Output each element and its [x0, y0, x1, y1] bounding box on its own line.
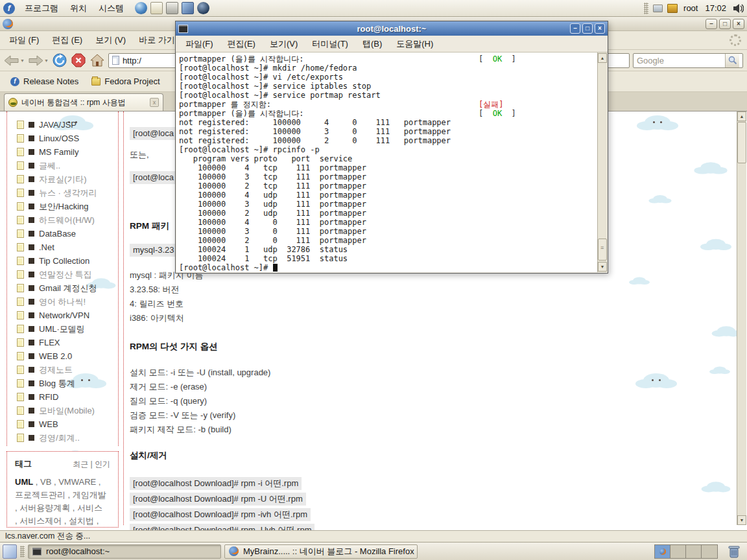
home-button[interactable] — [89, 52, 105, 69]
web-browser-icon[interactable] — [135, 2, 147, 14]
fedora-menu-icon[interactable]: f — [3, 3, 15, 14]
terminal-menu-item[interactable]: 도움말(H) — [389, 38, 440, 50]
stop-button[interactable] — [71, 52, 86, 69]
volume-icon[interactable] — [732, 3, 744, 14]
terminal-scrollbar[interactable]: ▲ ▼ — [597, 52, 607, 272]
firefox-menu-item[interactable]: 바로 가기 — [132, 34, 182, 46]
forward-button[interactable]: ▼ — [28, 52, 49, 69]
scrollbar-thumb[interactable] — [598, 239, 607, 261]
sidebar-category-item[interactable]: WEB — [7, 417, 118, 431]
workspace-cell[interactable] — [655, 545, 670, 558]
terminal-output[interactable]: portmapper (을)를 시작합니다:[ OK ][root@localh… — [176, 52, 597, 272]
terminal-menu-item[interactable]: 파일(F) — [178, 38, 220, 50]
sidebar-category-item[interactable]: Gmail 계정신청 — [7, 281, 118, 295]
search-input[interactable]: Google — [633, 53, 743, 68]
taskbar-window-button[interactable]: root@localhost:~ — [28, 544, 221, 559]
scroll-up-icon[interactable]: ▲ — [737, 111, 746, 121]
maximize-button[interactable]: □ — [582, 23, 593, 34]
office-icon[interactable] — [197, 2, 209, 14]
sidebar-category-item[interactable]: 경영/회계.. — [7, 431, 118, 445]
tag-uml[interactable]: UML — [15, 477, 33, 487]
screenshot-icon[interactable] — [182, 2, 194, 14]
firefox-menu-item[interactable]: 보기 (V) — [89, 34, 132, 46]
sidebar-category-item[interactable]: DataBase — [7, 227, 118, 240]
panel-menu-item[interactable]: 시스템 — [93, 0, 130, 17]
sidebar-category-item[interactable]: 경제노트 — [7, 363, 118, 377]
minimize-button[interactable]: – — [706, 19, 717, 29]
note-icon — [17, 216, 24, 224]
sidebar-category-item[interactable]: 자료실(기타) — [7, 172, 118, 186]
bookmark-item[interactable]: f Release Notes — [5, 76, 84, 86]
scroll-down-icon[interactable]: ▼ — [598, 262, 607, 272]
package-tray-icon[interactable] — [667, 4, 678, 13]
article-block: [root@localhost Download]# rpm -ivh 어떤.r… — [130, 508, 311, 521]
sidebar-category-item[interactable]: FLEX — [7, 336, 118, 349]
sidebar-category-item[interactable]: 보안/Hacking — [7, 200, 118, 213]
status-text: lcs.naver.com 전송 중... — [5, 531, 90, 542]
email-icon[interactable] — [150, 2, 163, 14]
workspace-cell[interactable] — [686, 545, 702, 558]
firefox-app-icon — [3, 19, 13, 29]
category-label: Linux/OSS — [39, 134, 79, 143]
sidebar-category-item[interactable]: 연말정산 특집 — [7, 268, 118, 281]
maximize-button[interactable]: □ — [719, 19, 731, 29]
clock[interactable]: 17:02 — [704, 3, 728, 13]
scroll-up-icon[interactable]: ▲ — [598, 53, 607, 63]
terminal-menu-item[interactable]: 편집(E) — [220, 38, 263, 50]
back-button[interactable]: ▼ — [4, 52, 25, 69]
reload-button[interactable] — [52, 52, 67, 69]
terminal-menu-item[interactable]: 터미널(T) — [305, 38, 355, 50]
workspace-cell[interactable] — [702, 545, 717, 558]
scrollbar-thumb[interactable] — [737, 122, 746, 163]
tab-naver-search[interactable]: 네이버 통합검색 :: rpm 사용법 x — [4, 93, 163, 111]
forward-dropdown-icon[interactable]: ▼ — [44, 58, 49, 63]
tag-line[interactable]: 프로젝트관리 , 게임개발 — [15, 489, 110, 502]
firefox-menu-item[interactable]: 파일 (F) — [3, 34, 45, 46]
back-dropdown-icon[interactable]: ▼ — [20, 58, 25, 63]
sidebar-category-item[interactable]: 하드웨어(H/W) — [7, 213, 118, 227]
sidebar-category-item[interactable]: UML·모델링 — [7, 322, 118, 336]
page-scrollbar[interactable]: ▲ ▼ — [737, 111, 746, 525]
sidebar-category-item[interactable]: RFID — [7, 390, 118, 404]
terminal-menu-item[interactable]: 탭(B) — [355, 38, 389, 50]
tab-title: 네이버 통합검색 :: rpm 사용법 — [21, 97, 126, 108]
display-tray-icon[interactable] — [653, 5, 663, 12]
sidebar-category-item[interactable]: .Net — [7, 240, 118, 254]
tag-line[interactable]: , 서버용량계획 , 서비스 — [15, 502, 110, 515]
firefox-menu-item[interactable]: 편집 (E) — [45, 34, 89, 46]
trash-icon[interactable] — [728, 544, 741, 559]
sidebar-category-item[interactable]: 모바일(Mobile) — [7, 404, 118, 417]
scroll-down-icon[interactable]: ▼ — [737, 515, 746, 525]
tab-close-icon[interactable]: x — [150, 98, 159, 107]
sidebar-category-item[interactable]: 뉴스 · 생각꺼리 — [7, 186, 118, 200]
sidebar-category-item[interactable]: Network/VPN — [7, 309, 118, 322]
terminal-menu-item[interactable]: 보기(V) — [263, 38, 305, 50]
panel-drag-handle[interactable] — [644, 3, 648, 14]
category-label: Gmail 계정신청 — [39, 283, 97, 294]
workspace-cell[interactable] — [670, 545, 686, 558]
taskbar-drag-handle[interactable] — [20, 546, 25, 557]
sidebar-category-item[interactable]: Tip Collection — [7, 254, 118, 268]
taskbar-window-button[interactable]: MyBrainz..... :: 네이버 블로그 - Mozilla Firef… — [224, 544, 418, 559]
panel-menu-item[interactable]: 위치 — [64, 0, 93, 17]
tag-line[interactable]: , 서비스제어 , 설치법 , — [15, 515, 110, 528]
terminal-titlebar[interactable]: root@localhost:~ –□× — [176, 21, 608, 36]
category-label: JAVA/JSP — [39, 120, 77, 130]
panel-menu-item[interactable]: 프로그램 — [19, 0, 64, 17]
sidebar-category-item[interactable]: WEB 2.0 — [7, 349, 118, 363]
minimize-button[interactable]: – — [570, 23, 580, 34]
bookmark-item[interactable]: Fedora Project — [86, 76, 165, 86]
tag-line[interactable]: UML , VB , VMWARE , — [15, 476, 110, 489]
close-button[interactable]: × — [733, 19, 744, 29]
sidebar-category-item[interactable]: Blog 통계 — [7, 377, 118, 390]
tag-recent-popular-links[interactable]: 최근 | 인기 — [73, 459, 110, 470]
sidebar-category-item[interactable]: MS Family — [7, 145, 118, 159]
search-go-button[interactable] — [725, 54, 739, 67]
sidebar-category-item[interactable]: JAVA/JSP — [7, 118, 118, 132]
sidebar-category-item[interactable]: Linux/OSS — [7, 132, 118, 145]
close-button[interactable]: × — [595, 23, 605, 34]
sidebar-category-item[interactable]: 영어 하나씩! — [7, 295, 118, 309]
printer-icon[interactable] — [166, 2, 178, 14]
show-desktop-button[interactable] — [3, 544, 17, 559]
sidebar-category-item[interactable]: 글쎄.. — [7, 159, 118, 172]
